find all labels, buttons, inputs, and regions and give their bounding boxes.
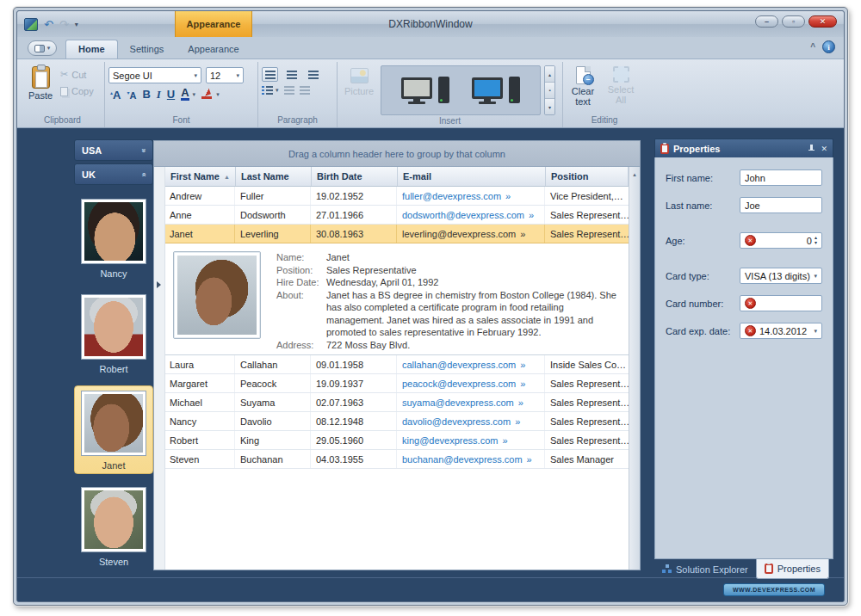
maximize-button[interactable]: ▫ [782,15,805,28]
application-menu-button[interactable]: ▾ [28,40,57,56]
card-type-combo[interactable]: VISA (13 digits) ▾ [740,268,822,284]
paste-button[interactable]: Paste [24,64,57,114]
group-header-uk[interactable]: UK » [74,163,153,185]
highlight-button[interactable] [201,89,213,99]
gallery-scroll-box-button[interactable]: ▪ [545,83,554,99]
copy-button[interactable]: Copy [60,86,94,96]
email-more-icon[interactable]: » [520,379,525,389]
email-more-icon[interactable]: » [515,416,520,427]
font-color-caret-icon[interactable]: ▾ [193,91,196,98]
email-link[interactable]: dodsworth@devexpress.com [402,210,524,220]
pin-icon[interactable] [807,145,815,152]
table-row[interactable]: Margaret Peacock 19.09.1937 peacock@deve… [154,374,629,393]
column-header-birth-date[interactable]: Birth Date [312,167,398,186]
help-button[interactable]: i [822,40,835,53]
tab-solution-explorer[interactable]: Solution Explorer [654,559,756,579]
detail-expand-arrow-icon[interactable] [157,281,161,288]
age-spinner[interactable]: ✕ 0 ▴ ▾ [740,232,822,249]
email-link[interactable]: king@devexpress.com [402,435,498,446]
table-row[interactable]: Nancy Davolio 08.12.1948 davolio@devexpr… [154,412,629,431]
person-item-steven[interactable]: Steven [74,483,153,570]
gallery-item-grey-computer[interactable] [401,75,449,106]
bold-button[interactable]: B [142,88,150,101]
gallery-scroll-up-button[interactable]: ▴ [545,66,554,83]
app-icon[interactable] [24,18,38,31]
table-row[interactable]: Laura Callahan 09.01.1958 callahan@devex… [154,355,629,374]
cut-button[interactable]: ✂ Cut [60,69,94,80]
email-more-icon[interactable]: » [527,454,532,465]
table-row[interactable]: Michael Suyama 02.07.1963 suyama@devexpr… [154,393,629,412]
email-link[interactable]: fuller@devexpress.com [402,191,501,201]
tab-appearance[interactable]: Appearance [176,40,251,59]
italic-button[interactable]: I [157,88,161,101]
spin-down-icon[interactable]: ▾ [815,241,817,245]
person-item-janet[interactable]: Janet [74,385,153,474]
table-row[interactable]: Steven Buchanan 04.03.1955 buchanan@deve… [154,450,629,469]
grow-font-button[interactable]: ▴A [110,87,121,102]
font-family-combo[interactable]: Segoe UI ▾ [108,67,201,83]
tab-settings[interactable]: Settings [118,40,177,59]
card-type-caret-icon[interactable]: ▾ [814,273,817,280]
column-header-first-name[interactable]: First Name▲ [165,167,236,186]
email-more-icon[interactable]: » [520,360,525,370]
picture-button[interactable]: Picture [341,64,377,115]
group-by-panel[interactable]: Drag a column header here to group by th… [154,141,640,167]
devexpress-badge[interactable]: WWW.DEVEXPRESS.COM [723,583,825,596]
email-more-icon[interactable]: » [529,210,534,220]
undo-button[interactable]: ↶ [44,19,53,30]
font-size-combo[interactable]: 12 ▾ [206,67,244,83]
underline-button[interactable]: U [167,88,175,101]
align-right-button[interactable] [305,67,321,82]
email-link[interactable]: davolio@devexpress.com [402,416,511,427]
redo-button[interactable]: ↷ [59,19,69,30]
font-color-button[interactable]: A [181,88,189,101]
email-more-icon[interactable]: » [502,435,507,446]
table-row-selected[interactable]: Janet Leverling 30.08.1963 leverling@dev… [154,225,629,243]
person-item-nancy[interactable]: Nancy [74,194,153,281]
card-number-input[interactable]: ✕ [740,295,822,311]
table-row[interactable]: Anne Dodsworth 27.01.1966 dodsworth@deve… [154,206,629,225]
grid-scrollbar[interactable]: ▴ [629,167,640,570]
email-link[interactable]: peacock@devexpress.com [402,379,516,389]
person-item-robert[interactable]: Robert [74,290,153,377]
ribbon-collapse-icon[interactable]: ^ [810,44,815,51]
email-link[interactable]: suyama@devexpress.com [402,397,514,408]
bullets-caret-icon[interactable]: ▾ [276,87,279,94]
email-link[interactable]: callahan@devexpress.com [402,360,516,370]
last-name-input[interactable] [740,197,822,213]
align-left-button[interactable] [262,67,278,82]
email-more-icon[interactable]: » [520,229,525,239]
bullets-icon[interactable] [262,86,273,95]
table-row[interactable]: Robert King 29.05.1960 king@devexpress.c… [154,431,629,450]
minimize-button[interactable]: – [755,15,778,28]
gallery-item-blue-computer[interactable] [472,75,520,106]
column-header-email[interactable]: E-mail [398,167,546,186]
table-row[interactable]: Andrew Fuller 19.02.1952 fuller@devexpre… [154,187,629,206]
category-tab-appearance[interactable]: Appearance [175,11,252,37]
column-header-position[interactable]: Position [546,167,629,186]
clear-text-button[interactable]: Clear text [567,66,599,114]
column-header-last-name[interactable]: Last Name [236,167,312,186]
panel-close-icon[interactable]: ✕ [821,145,827,153]
close-button[interactable]: ✕ [808,15,837,28]
highlight-caret-icon[interactable]: ▾ [216,91,220,98]
decrease-indent-icon[interactable] [284,86,294,95]
first-name-input[interactable] [740,169,822,186]
group-header-usa[interactable]: USA » [74,139,153,161]
tab-properties[interactable]: Properties [756,559,829,579]
align-center-button[interactable] [283,67,300,82]
qat-dropdown-icon[interactable]: ▾ [75,21,78,28]
tab-home[interactable]: Home [65,40,118,59]
email-link[interactable]: buchanan@devexpress.com [402,454,523,465]
increase-indent-icon[interactable] [300,86,310,95]
shrink-font-button[interactable]: ▾A [127,87,136,102]
properties-header[interactable]: Properties ✕ [654,139,833,157]
card-exp-caret-icon[interactable]: ▾ [814,328,817,335]
scroll-up-icon[interactable]: ▴ [633,171,636,570]
select-all-button[interactable]: Select All [604,66,637,114]
email-more-icon[interactable]: » [518,397,523,408]
email-link[interactable]: leverling@devexpress.com [402,229,516,239]
gallery-dropdown-button[interactable]: ▾ [545,99,554,114]
card-exp-date-picker[interactable]: ✕ 14.03.2012 ▾ [740,323,822,339]
email-more-icon[interactable]: » [505,191,511,201]
